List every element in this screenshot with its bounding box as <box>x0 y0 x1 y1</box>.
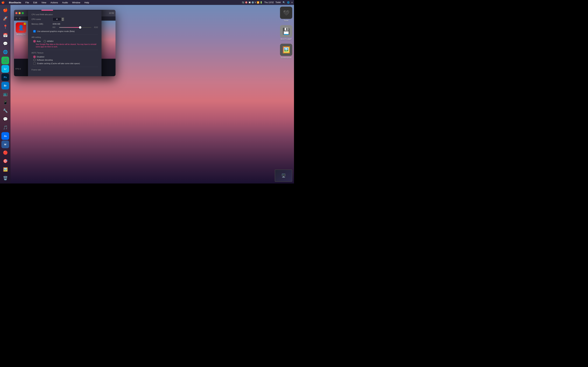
among-us-icon-img: 👤 ! <box>16 22 26 33</box>
dock-item-appletv[interactable]: 📺 <box>1 90 9 98</box>
siri-icon[interactable]: 🌐 <box>287 1 290 4</box>
dock-item-spotify[interactable]: 🎵 <box>1 124 9 131</box>
dock-item-photoshop[interactable]: Ps <box>1 73 9 81</box>
abi-arm64-radio[interactable] <box>43 40 46 42</box>
abi-arm64-option[interactable]: ARM64 <box>43 40 53 42</box>
among-us-icon[interactable]: 👤 ! Among Us <box>16 22 26 36</box>
file-menu[interactable]: File <box>25 1 30 4</box>
desktop: 🍎 BlueStacks File Edit View Actions Audi… <box>0 0 294 184</box>
window-menu[interactable]: Window <box>71 1 81 4</box>
preferences-modal: Preferences Display Engine Notifications… <box>28 10 102 76</box>
thumbnail-preview[interactable]: 🖥️ <box>275 169 292 182</box>
dock-item-word[interactable]: W <box>1 141 9 148</box>
dock-item-calendar[interactable]: 📅 <box>1 32 9 39</box>
actions-menu[interactable]: Actions <box>50 1 59 4</box>
tinhk-icon: 🖤 <box>280 7 292 19</box>
apple-menu-icon[interactable]: 🍎 <box>1 1 5 4</box>
astc-group: Disabled Software decoding Enable cachin… <box>32 56 98 65</box>
prefs-tabs: Display Engine Notifications Preferences… <box>28 10 102 11</box>
memory-value: 4096 MB <box>52 23 60 25</box>
astc-disabled-radio[interactable] <box>33 56 36 58</box>
astc-disabled-option[interactable]: Disabled <box>33 56 98 58</box>
abi-section-title: ABI setting <box>32 36 98 38</box>
menubar-icons: 📷 🎯 🔲 ⚙️ V 📶 🔋 <box>242 1 262 4</box>
memory-row: Memory (MB) 4096 MB 800 8192 <box>32 23 98 28</box>
desktop-right: 🖤 TinhK 💾 BOOTCAMP 🖼️ Screenshots <box>280 7 292 59</box>
astc-radio-dot <box>34 56 35 57</box>
dock-item-target[interactable]: 🎯 <box>1 157 9 165</box>
dock-item-appstore[interactable]: 📱 <box>1 99 9 106</box>
checkmark-icon: ✓ <box>34 30 35 32</box>
abi-auto-radio[interactable] <box>33 40 36 42</box>
bs-content: 👤 ! Among Us Preferences Display <box>14 21 115 59</box>
traffic-lights <box>15 12 24 14</box>
dock-item-messenger[interactable]: 💬 <box>1 115 9 123</box>
prefs-footer: i Changes will apply on next launch <box>28 75 102 76</box>
cpu-down-btn[interactable]: ▼ <box>62 19 64 21</box>
cpu-up-btn[interactable]: ▲ <box>62 17 64 19</box>
abi-auto-label: Auto <box>37 40 41 42</box>
memory-slider[interactable] <box>59 27 91 28</box>
menubar-user: TinhK <box>276 1 281 4</box>
section-divider-2 <box>32 50 98 50</box>
slider-thumb[interactable] <box>79 26 81 29</box>
dock-item-messages[interactable]: 💬 <box>1 40 9 48</box>
dock-item-preview[interactable]: 🖼️ <box>1 166 9 173</box>
dock-item-music[interactable]: 🎵 <box>1 57 9 64</box>
desktop-item-tinhk[interactable]: 🖤 TinhK <box>280 7 292 22</box>
maximize-button[interactable] <box>22 12 24 14</box>
close-button[interactable] <box>15 12 17 14</box>
menubar-right: 📷 🎯 🔲 ⚙️ V 📶 🔋 Thu 13:52 TinhK 🔍 🌐 ≡ <box>242 1 293 4</box>
audio-menu[interactable]: Audio <box>61 1 69 4</box>
prefs-body: CPU and RAM allocation CPU cores 4 ▲ ▼ <box>28 11 102 75</box>
dock-item-launchpad[interactable]: 🚀 <box>1 15 9 22</box>
dock-item-finder[interactable]: 🍎 <box>1 6 9 14</box>
minimize-button[interactable] <box>18 12 21 14</box>
abi-auto-option[interactable]: Auto <box>33 40 41 42</box>
slider-fill <box>59 27 80 28</box>
tab-engine[interactable]: Engine <box>42 10 53 11</box>
desktop-item-screenshots[interactable]: 🖼️ Screenshots <box>280 44 292 59</box>
view-menu[interactable]: View <box>41 1 47 4</box>
astc-software-radio[interactable] <box>33 59 36 61</box>
tab-notifications[interactable]: Notifications <box>53 10 70 11</box>
dock-item-lightroom[interactable]: Lr <box>1 65 9 73</box>
abi-radio-group: Auto ARM64 <box>32 40 98 42</box>
dock-item-bluestacks[interactable]: Br <box>1 82 9 90</box>
abi-warning: Your Google Play data on this device wil… <box>36 43 98 48</box>
fps-label: FPS <box>15 68 19 70</box>
tab-advanced[interactable]: Advanced <box>96 10 102 11</box>
tab-user-data[interactable]: User data <box>87 10 96 11</box>
cpu-input[interactable]: 4 <box>52 17 61 21</box>
memory-label: Memory (MB) <box>32 23 52 26</box>
fps-display: FPS 0 <box>15 68 21 70</box>
advanced-graphics-row: ✓ Use advanced graphics engine mode (Bet… <box>32 30 98 33</box>
screenshots-icon: 🖼️ <box>280 44 292 56</box>
cpu-stepper[interactable]: ▲ ▼ <box>62 17 64 21</box>
menubar-time: Thu 13:52 <box>264 1 274 4</box>
dock-item-red[interactable]: 🔴 <box>1 149 9 157</box>
dock-item-settings[interactable]: 🔧 <box>1 107 9 115</box>
control-center-icon[interactable]: ≡ <box>291 1 293 4</box>
toolbar-btn-1[interactable]: ⏸ <box>15 17 17 20</box>
astc-software-option[interactable]: Software decoding <box>33 59 98 61</box>
toolbar-btn-2[interactable]: ⏸ <box>19 17 21 20</box>
bootcamp-icon: 💾 <box>280 25 292 37</box>
tab-preferences[interactable]: Preferences <box>70 10 86 11</box>
advanced-graphics-checkbox[interactable]: ✓ <box>33 30 36 33</box>
dock-item-maps[interactable]: 📍 <box>1 23 9 31</box>
astc-disabled-label: Disabled <box>37 56 44 58</box>
dock-item-zalo[interactable]: Za <box>1 132 9 140</box>
edit-menu[interactable]: Edit <box>33 1 38 4</box>
memory-min: 800 <box>52 26 58 28</box>
search-icon[interactable]: 🔍 <box>283 1 285 4</box>
bs-time: 13:52 <box>109 12 114 14</box>
menubar-left: 🍎 BlueStacks File Edit View Actions Audi… <box>1 1 90 4</box>
dock-item-trash[interactable]: 🗑️ <box>1 175 9 182</box>
help-menu[interactable]: Help <box>84 1 90 4</box>
astc-cache-checkbox[interactable] <box>33 62 36 65</box>
tab-display[interactable]: Display <box>29 10 41 11</box>
dock-item-chrome[interactable]: 🌐 <box>1 48 9 56</box>
desktop-item-bootcamp[interactable]: 💾 BOOTCAMP <box>280 25 292 40</box>
app-name-menu[interactable]: BlueStacks <box>8 1 22 4</box>
